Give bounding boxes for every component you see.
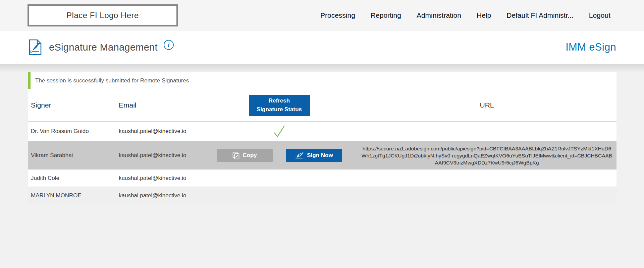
copy-url-button[interactable]: Copy <box>217 149 273 162</box>
copy-link-icon <box>232 152 239 159</box>
signing-url-text: https://secure.na1.adobesign.com/public/… <box>357 145 616 166</box>
menu-item-reporting[interactable]: Reporting <box>371 11 401 19</box>
menu-item-help[interactable]: Help <box>477 11 491 19</box>
sign-now-button[interactable]: Sign Now <box>286 149 342 162</box>
svg-text:x: x <box>30 50 32 53</box>
signer-email: kaushal.patel@kinective.io <box>116 175 201 182</box>
column-header-signer: Signer <box>28 101 116 109</box>
signers-table: Signer Email Refresh Signature Status UR… <box>28 89 616 204</box>
table-row: Judith Cole kaushal.patel@kinective.io <box>28 170 616 187</box>
top-nav-bar: Place FI Logo Here Processing Reporting … <box>0 0 644 31</box>
esign-document-icon: x <box>29 39 42 55</box>
menu-item-processing[interactable]: Processing <box>320 11 355 19</box>
signer-email: kaushal.patel@kinective.io <box>116 152 201 159</box>
fi-logo-placeholder: Place FI Logo Here <box>28 4 178 26</box>
refresh-signature-status-button[interactable]: Refresh Signature Status <box>249 95 310 116</box>
signer-name: Vikram Sarabhai <box>28 152 116 159</box>
fi-logo-text: Place FI Logo Here <box>66 11 139 20</box>
main-menu: Processing Reporting Administration Help… <box>320 11 610 19</box>
main-content: The session is successfully submitted fo… <box>28 72 616 204</box>
table-row: Dr. Van Rossum Guido kaushal.patel@kinec… <box>28 122 616 141</box>
header-shadow <box>0 64 644 72</box>
signer-name: Judith Cole <box>28 175 116 182</box>
signer-name: Dr. Van Rossum Guido <box>28 128 116 135</box>
success-message-text: The session is successfully submitted fo… <box>35 77 189 84</box>
menu-item-administration[interactable]: Administration <box>417 11 461 19</box>
column-header-url: URL <box>357 101 616 109</box>
signer-email: kaushal.patel@kinective.io <box>116 128 201 135</box>
signer-name: MARLYN MONROE <box>28 192 116 199</box>
menu-item-user[interactable]: Default FI Administr... <box>506 11 574 19</box>
table-header-row: Signer Email Refresh Signature Status UR… <box>28 89 616 122</box>
page-title: eSignature Management <box>49 42 158 53</box>
imm-esign-brand: IMM eSign <box>566 41 616 53</box>
menu-item-logout[interactable]: Logout <box>589 11 610 19</box>
page-header: x eSignature Management i IMM eSign <box>0 31 644 64</box>
info-icon[interactable]: i <box>164 40 174 50</box>
table-row-highlighted: Vikram Sarabhai kaushal.patel@kinective.… <box>28 141 616 170</box>
quill-pen-icon <box>295 152 304 159</box>
table-row: MARLYN MONROE kaushal.patel@kinective.io <box>28 187 616 204</box>
success-message-bar: The session is successfully submitted fo… <box>28 72 616 89</box>
signed-check-icon <box>273 125 285 138</box>
signer-email: kaushal.patel@kinective.io <box>116 192 201 199</box>
column-header-email: Email <box>116 101 201 109</box>
